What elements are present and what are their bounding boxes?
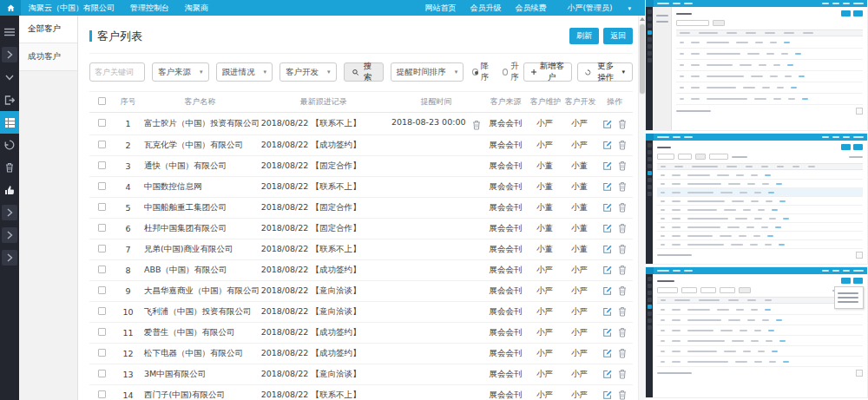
scrollbar-thumb[interactable]: [640, 24, 645, 94]
delete-icon[interactable]: [618, 119, 627, 129]
cell-remind-time: [389, 301, 484, 322]
delete-icon[interactable]: [618, 265, 627, 275]
delete-icon[interactable]: [618, 202, 627, 213]
refresh-button[interactable]: 刷新: [569, 28, 599, 44]
delete-icon[interactable]: [618, 223, 627, 233]
edit-icon[interactable]: [602, 285, 613, 296]
cell-customer-name: 飞利浦（中国）投资有限公司: [141, 301, 259, 322]
delete-icon[interactable]: [618, 285, 627, 296]
topbar-site-home[interactable]: 网站首页: [418, 3, 463, 14]
topbar-user-menu[interactable]: 小严(管理员)▾: [553, 3, 645, 14]
delete-icon[interactable]: [618, 181, 627, 192]
cell-index: 8: [115, 259, 141, 280]
row-checkbox[interactable]: [98, 119, 106, 127]
delete-icon[interactable]: [618, 390, 627, 400]
delete-icon[interactable]: [618, 327, 627, 338]
search-button[interactable]: 搜索: [344, 62, 384, 82]
delete-icon[interactable]: [472, 120, 481, 130]
row-checkbox[interactable]: [98, 141, 106, 148]
row-checkbox[interactable]: [98, 266, 106, 273]
sidebar-item-success-customers[interactable]: 成功客户: [19, 43, 77, 71]
cell-latest-record: 2018/08/22 【意向洽谈】: [259, 280, 389, 301]
followup-select[interactable]: 跟进情况▾: [216, 62, 273, 82]
logout-icon[interactable]: [0, 89, 19, 111]
keyword-input[interactable]: [89, 62, 145, 82]
application-window: 淘聚云（中国）有限公司 管理控制台 淘聚商 网站首页 会员升级 会员续费 小严(…: [0, 0, 868, 400]
row-checkbox[interactable]: [98, 286, 106, 294]
thumbs-up-icon[interactable]: [0, 179, 19, 201]
delete-icon[interactable]: [618, 244, 627, 254]
sort-desc-radio[interactable]: 降序: [472, 61, 493, 83]
row-checkbox[interactable]: [98, 307, 106, 315]
main-scrollbar[interactable]: [638, 16, 645, 400]
menu-icon[interactable]: [0, 21, 19, 43]
edit-icon[interactable]: [602, 161, 613, 171]
cell-keeper: 小严: [528, 322, 562, 343]
delete-icon[interactable]: [618, 348, 627, 358]
row-checkbox[interactable]: [98, 245, 106, 252]
add-customer-button[interactable]: 新增客户: [523, 62, 572, 82]
row-checkbox[interactable]: [98, 328, 106, 336]
cell-customer-name: 中国船舶重工集团公司: [141, 197, 259, 218]
edit-icon[interactable]: [602, 327, 613, 338]
chevron-right-icon[interactable]: [2, 250, 17, 266]
back-button[interactable]: 返回: [603, 28, 633, 44]
customer-list-icon[interactable]: [0, 111, 19, 134]
topbar-company[interactable]: 淘聚云（中国）有限公司: [21, 3, 122, 14]
table-row: 5中国船舶重工集团公司2018/08/22 【固定合作】展会会刊小董小董: [89, 197, 633, 218]
cell-developer: 小严: [562, 364, 597, 384]
row-checkbox[interactable]: [98, 349, 106, 357]
select-all-checkbox[interactable]: [98, 97, 106, 105]
delete-icon[interactable]: [618, 306, 627, 317]
delete-icon[interactable]: [618, 369, 627, 379]
cell-latest-record: 2018/08/22 【联系不上】: [259, 384, 389, 400]
edit-icon[interactable]: [602, 202, 613, 213]
cell-customer-name: 爱普生（中国）有限公司: [141, 322, 259, 343]
topbar-member-upgrade[interactable]: 会员升级: [463, 3, 508, 14]
row-checkbox[interactable]: [98, 161, 106, 169]
row-checkbox[interactable]: [98, 390, 106, 398]
edit-icon[interactable]: [602, 369, 613, 379]
trash-rail-icon[interactable]: [0, 156, 19, 179]
row-checkbox[interactable]: [98, 370, 106, 377]
delete-icon[interactable]: [618, 140, 627, 150]
chevron-down-rail-icon[interactable]: [0, 66, 19, 89]
chevron-right-icon[interactable]: [2, 47, 17, 62]
chevron-down-icon: ▾: [200, 69, 203, 75]
cell-operations: [597, 343, 633, 364]
row-checkbox[interactable]: [98, 224, 106, 232]
cell-operations: [597, 322, 633, 343]
row-checkbox[interactable]: [98, 182, 106, 190]
history-icon[interactable]: [0, 134, 19, 156]
cell-index: 3: [115, 155, 141, 176]
edit-icon[interactable]: [602, 306, 613, 317]
chevron-right-icon[interactable]: [2, 227, 17, 243]
row-checkbox[interactable]: [98, 203, 106, 211]
topbar-console[interactable]: 管理控制台: [122, 3, 177, 14]
home-icon[interactable]: [0, 0, 21, 16]
scroll-up-arrow-icon[interactable]: [640, 17, 645, 21]
delete-icon[interactable]: [618, 161, 627, 171]
edit-icon[interactable]: [602, 244, 613, 254]
sort-time-select[interactable]: 提醒时间排序▾: [391, 62, 464, 82]
cell-latest-record: 2018/08/22 【联系不上】: [259, 176, 389, 197]
edit-icon[interactable]: [602, 140, 613, 150]
cell-index: 10: [115, 301, 141, 322]
sidebar-item-all-customers[interactable]: 全部客户: [19, 16, 77, 43]
chevron-right-icon[interactable]: [2, 205, 17, 220]
edit-icon[interactable]: [602, 265, 613, 275]
cell-remind-time: [389, 134, 484, 155]
edit-icon[interactable]: [602, 181, 613, 192]
preview-topbar: [646, 267, 867, 274]
edit-icon[interactable]: [602, 390, 613, 400]
edit-icon[interactable]: [602, 119, 613, 129]
edit-icon[interactable]: [602, 223, 613, 233]
source-select[interactable]: 客户来源▾: [152, 62, 209, 82]
topbar-shop[interactable]: 淘聚商: [177, 3, 216, 14]
develop-select[interactable]: 客户开发▾: [279, 62, 337, 82]
edit-icon[interactable]: [602, 348, 613, 358]
cell-remind-time: [389, 155, 484, 176]
topbar-member-renew[interactable]: 会员续费: [508, 3, 553, 14]
more-actions-button[interactable]: 更多操作▾: [577, 62, 633, 82]
sort-asc-radio[interactable]: 升序: [503, 61, 523, 83]
